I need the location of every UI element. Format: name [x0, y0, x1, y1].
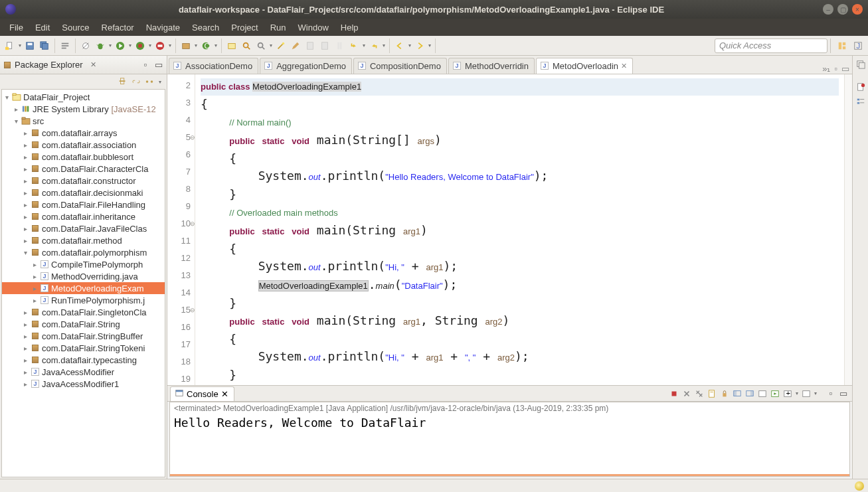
tree-row[interactable]: ▸JMetodOverloadingExam — [2, 282, 165, 294]
editor-tab[interactable]: JCompositionDemo — [353, 58, 447, 74]
clear-console-button[interactable] — [706, 388, 718, 400]
remove-all-button[interactable] — [693, 388, 705, 400]
menu-help[interactable]: Help — [335, 21, 364, 35]
coverage-button[interactable] — [133, 39, 147, 53]
terminate-button[interactable] — [668, 388, 680, 400]
tree-row[interactable]: ▸JJavaAcessModifier — [2, 366, 165, 378]
new-package-button[interactable] — [179, 39, 193, 53]
tree-row[interactable]: ▸com.DataFlair.StringTokeni — [2, 342, 165, 354]
tree-row[interactable]: ▸JRunTimePolymorphism.j — [2, 294, 165, 306]
pin-console-button[interactable] — [744, 388, 756, 400]
menu-file[interactable]: File — [4, 21, 29, 35]
console-maximize-button[interactable]: ▭ — [837, 388, 849, 400]
editor-tab[interactable]: JAssociationDemo — [169, 58, 258, 74]
save-all-button[interactable] — [37, 39, 52, 53]
close-window-button[interactable]: × — [852, 4, 863, 15]
task-button-1[interactable] — [303, 39, 317, 53]
menu-source[interactable]: Source — [56, 21, 94, 35]
collapse-all-button[interactable] — [118, 76, 128, 87]
code-editor[interactable]: 2345⊖678910⊖1112131415⊖16171819 public c… — [167, 74, 852, 386]
code-area[interactable]: public class MetodOverloadingExample1 { … — [195, 74, 844, 385]
open-console-button[interactable]: + — [782, 388, 794, 400]
tree-row[interactable]: ▸com.dataflair.association — [2, 139, 165, 151]
tree-row[interactable]: ▾src — [2, 115, 165, 127]
task-button-3[interactable] — [332, 39, 347, 53]
prev-ann-button[interactable] — [367, 39, 381, 53]
new-class-button[interactable]: C — [199, 39, 213, 53]
menu-edit[interactable]: Edit — [30, 21, 55, 35]
new-button[interactable] — [3, 39, 17, 53]
tree-row[interactable]: ▸com.dataflair.typecasting — [2, 354, 165, 366]
wand-button[interactable] — [274, 39, 288, 53]
tree-row[interactable]: ▸com.dataflair.constructor — [2, 175, 165, 187]
tree-row[interactable]: ▸com.dataflair.inheritance — [2, 210, 165, 222]
tree-row[interactable]: ▸com.DataFlair.SingletonCla — [2, 306, 165, 318]
run-button[interactable] — [113, 39, 128, 53]
tree-row[interactable]: ▸JMethodOverriding.java — [2, 270, 165, 282]
tree-row[interactable]: ▸com.DataFlair.CharacterCla — [2, 163, 165, 175]
display-console-button[interactable] — [756, 388, 768, 400]
tree-row[interactable]: ▸JJavaAcessModifier1 — [2, 378, 165, 390]
filters-button[interactable] — [144, 76, 155, 87]
overview-ruler[interactable] — [844, 74, 852, 385]
show-console-button[interactable] — [769, 388, 781, 400]
project-tree[interactable]: ▾DataFlair_Project▸JRE System Library [J… — [1, 89, 165, 477]
outline-view-button[interactable] — [855, 96, 867, 108]
view-minimize-button[interactable]: ▫ — [140, 60, 151, 70]
tree-row[interactable]: ▾DataFlair_Project — [2, 91, 165, 103]
tree-row[interactable]: ▸com.DataFlair.StringBuffer — [2, 330, 165, 342]
close-tab-button[interactable]: ✕ — [621, 62, 627, 70]
skip-breakpoints-button[interactable] — [78, 39, 93, 53]
link-with-editor-button[interactable] — [131, 76, 141, 87]
editor-tab[interactable]: JAggregationDemo — [260, 58, 352, 74]
tip-icon[interactable] — [855, 481, 864, 491]
editor-overflow-button[interactable]: »₁ — [822, 64, 830, 74]
tree-row[interactable]: ▸com.DataFlair.FileHandling — [2, 199, 165, 210]
word-wrap-button[interactable] — [731, 388, 743, 400]
scroll-lock-button[interactable] — [719, 388, 731, 400]
quick-access-input[interactable]: Quick Access — [715, 39, 827, 53]
next-ann-button[interactable] — [347, 39, 361, 53]
editor-maximize-button[interactable]: ▭ — [841, 64, 849, 74]
remove-launch-button[interactable] — [681, 388, 693, 400]
view-menu-button[interactable]: ▾ — [157, 78, 163, 86]
tree-row[interactable]: ▸com.DataFlair.String — [2, 318, 165, 330]
edit-button[interactable] — [288, 39, 303, 53]
tree-row[interactable]: ▸JCompileTimePolymorph — [2, 258, 165, 270]
menu-search[interactable]: Search — [187, 21, 224, 35]
tree-row[interactable]: ▸com.dataflair.decisionmaki — [2, 187, 165, 199]
menu-refactor[interactable]: Refactor — [96, 21, 139, 35]
menu-project[interactable]: Project — [226, 21, 263, 35]
save-button[interactable] — [23, 39, 37, 53]
toggle-breadcrumb-button[interactable] — [58, 39, 72, 53]
close-console-button[interactable]: ✕ — [221, 389, 228, 399]
tree-row[interactable]: ▸com.DataFlair.JavaFileClas — [2, 222, 165, 234]
search-button-2[interactable] — [254, 39, 268, 53]
menu-window[interactable]: Window — [293, 21, 334, 35]
tree-row[interactable]: ▸JRE System Library [JavaSE-12 — [2, 103, 165, 115]
menu-navigate[interactable]: Navigate — [141, 21, 185, 35]
menu-run[interactable]: Run — [265, 21, 292, 35]
debug-button[interactable] — [93, 39, 108, 53]
editor-minimize-button[interactable]: ▫ — [834, 64, 837, 74]
console-tab[interactable]: Console ✕ — [170, 386, 234, 401]
maximize-button[interactable]: ▢ — [837, 4, 848, 15]
search-button-1[interactable] — [239, 39, 254, 53]
minimize-button[interactable]: – — [823, 4, 833, 15]
tasks-view-button[interactable] — [855, 81, 867, 93]
close-view-button[interactable]: ✕ — [87, 59, 100, 70]
back-button[interactable] — [392, 39, 407, 53]
open-type-button[interactable] — [224, 39, 239, 53]
task-button-2[interactable] — [317, 39, 332, 53]
editor-tab[interactable]: JMetodOverloadin✕ — [536, 58, 633, 74]
tree-row[interactable]: ▸com.dataflair.method — [2, 234, 165, 246]
run-last-button[interactable] — [153, 39, 167, 53]
console-minimize-button[interactable]: ▫ — [825, 388, 837, 400]
tree-row[interactable]: ▸com.dataflair.bubblesort — [2, 151, 165, 163]
trim-restore-button[interactable] — [855, 58, 867, 70]
tree-row[interactable]: ▸com.dataflair.arrays — [2, 127, 165, 139]
editor-tab[interactable]: JMethodOverridin — [448, 58, 535, 74]
open-perspective-button[interactable] — [835, 39, 849, 53]
new-console-button[interactable] — [800, 388, 812, 400]
view-maximize-button[interactable]: ▭ — [153, 60, 164, 70]
